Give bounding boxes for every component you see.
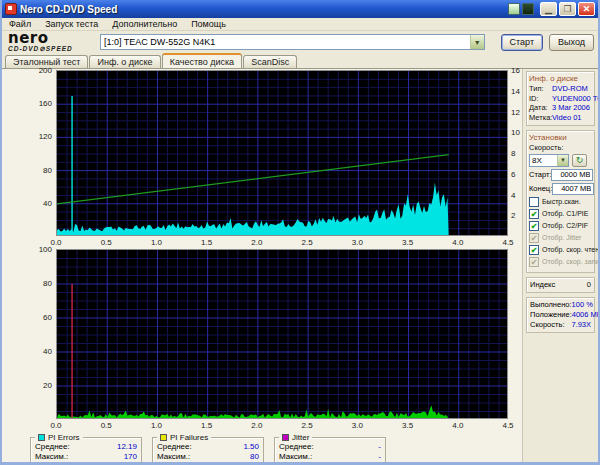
status-value: 100 % (572, 300, 593, 310)
checkbox-quick-scan[interactable]: Быстр.скан. (529, 197, 592, 207)
group-title: Установки (529, 133, 592, 142)
legend-box-jitter: JitterСреднее:-Максим.:-Сбои PO:- (274, 437, 386, 465)
minimize-button[interactable]: ▁ (540, 2, 557, 16)
legend-color-icon (38, 434, 45, 441)
menu-item-file[interactable]: Файл (2, 19, 38, 29)
legend-name: Jitter (292, 433, 309, 442)
checkbox-box[interactable]: ✔ (529, 209, 539, 219)
chart-plot (56, 70, 508, 236)
menu-item-extra[interactable]: Дополнительно (105, 19, 184, 29)
status-row: Выполнено:100 % (530, 300, 591, 310)
legend-row-label: Среднее: (279, 442, 314, 452)
x-axis-label: 3.5 (398, 238, 418, 247)
end-position-label: Конец: (529, 184, 552, 193)
checkbox-label: Отобр. Jitter (542, 234, 581, 241)
checkbox-show-read-speed[interactable]: ✔Отобр. скор. чтения (529, 245, 592, 255)
checkbox-show-c1-pie[interactable]: ✔Отобр. C1/PIE (529, 209, 592, 219)
checkbox-show-c2-pif[interactable]: ✔Отобр. C2/PIF (529, 221, 592, 231)
speed-label: Скорость: (529, 143, 592, 153)
window-title: Nero CD-DVD Speed (20, 4, 508, 15)
chart-plot (56, 249, 508, 419)
disc-info-row: Тип:DVD-ROM (529, 84, 592, 94)
settings-group: Установки Скорость: 8X ▼ ↻ Старт: Конец: (526, 130, 595, 273)
status-label: Скорость: (530, 320, 564, 330)
cdspeed-logo-text: CD-DVD⊘SPEED (8, 46, 100, 53)
legend-row-label: Максим.: (279, 452, 312, 462)
status-value: 4006 MB (572, 310, 600, 320)
start-button[interactable]: Старт (501, 34, 543, 51)
drive-select[interactable]: [1:0] TEAC DW-552G N4K1 ▼ (100, 34, 485, 50)
x-axis-label: 3.0 (347, 238, 367, 247)
y-axis-label: 100 (22, 245, 52, 254)
y-axis-label: 160 (22, 99, 52, 108)
menu-item-run-test[interactable]: Запуск теста (38, 19, 105, 29)
y-axis-label: 40 (22, 347, 52, 356)
tab-disc-info[interactable]: Инф. о диске (89, 55, 160, 68)
index-value: 0 (587, 280, 591, 290)
checkbox-label: Отобр. C1/PIE (542, 210, 588, 217)
tab-disc-quality[interactable]: Качество диска (162, 53, 242, 68)
disc-info-value: DVD-ROM (552, 84, 588, 94)
disc-info-row: Дата:3 Mar 2006 (529, 103, 592, 113)
x-axis-label: 1.5 (197, 238, 217, 247)
checkbox-box[interactable]: ✔ (529, 245, 539, 255)
refresh-disc-button[interactable]: ↻ (572, 154, 587, 167)
y-axis-right-label: 14 (511, 87, 520, 96)
x-axis-label: 3.0 (347, 421, 367, 430)
legend-row-label: Максим.: (157, 452, 190, 462)
series-pi-errors (57, 183, 449, 236)
x-axis-label: 4.5 (498, 421, 518, 430)
checkbox-box[interactable]: ✔ (529, 233, 539, 243)
legend-row-label: Среднее: (157, 442, 192, 452)
series-pi-failures (57, 405, 449, 419)
side-panel: Инф. о диске Тип:DVD-ROMID:YUDEN000 T02Д… (523, 69, 598, 465)
y-axis-right-label: 16 (511, 66, 520, 75)
disc-info-row: ID:YUDEN000 T02 (529, 94, 592, 104)
legend-row-value: 80 (250, 452, 259, 462)
app-icon (5, 3, 17, 15)
checkbox-show-jitter[interactable]: ✔Отобр. Jitter (529, 233, 592, 243)
checkbox-box[interactable]: ✔ (529, 221, 539, 231)
menu-item-help[interactable]: Помощь (184, 19, 233, 29)
legend-name: PI Failures (170, 433, 208, 442)
legend-row: Максим.:80 (157, 452, 259, 462)
x-axis-label: 0.5 (96, 421, 116, 430)
start-position-label: Старт: (529, 170, 551, 179)
legend-row: Среднее:- (279, 442, 381, 452)
start-position-field[interactable] (551, 169, 593, 181)
checkbox-box[interactable] (529, 197, 539, 207)
drive-select-value: [1:0] TEAC DW-552G N4K1 (101, 37, 470, 47)
x-axis-label: 4.5 (498, 238, 518, 247)
tab-scandisc[interactable]: ScanDisc (243, 55, 297, 68)
speed-select[interactable]: 8X ▼ (529, 154, 569, 167)
y-axis-label: 120 (22, 132, 52, 141)
chevron-down-icon[interactable]: ▼ (470, 35, 484, 49)
legend-color-icon (282, 434, 289, 441)
x-axis-label: 2.5 (297, 238, 317, 247)
legend-name: PI Errors (48, 433, 80, 442)
disc-info-label: Тип: (529, 84, 552, 94)
toolbar: nero CD-DVD⊘SPEED [1:0] TEAC DW-552G N4K… (2, 31, 598, 54)
legend-title: Jitter (279, 433, 312, 442)
maximize-button[interactable]: ❐ (559, 2, 576, 16)
legend-row: Максим.:170 (35, 452, 137, 462)
legend-title: PI Errors (35, 433, 83, 442)
status-row: Положение:4006 MB (530, 310, 591, 320)
chart-panel: 20016012080401614121086420.00.51.01.52.0… (2, 69, 523, 465)
close-button[interactable]: ✕ (578, 2, 595, 16)
menubar: ФайлЗапуск тестаДополнительноПомощь (2, 18, 598, 31)
checkbox-box[interactable]: ✔ (529, 257, 539, 267)
nero-logo: nero CD-DVD⊘SPEED (8, 31, 100, 53)
checkbox-show-write-speed[interactable]: ✔Отобр. скор. записи (529, 257, 592, 267)
chevron-down-icon[interactable]: ▼ (557, 155, 568, 166)
end-position-field[interactable] (552, 183, 594, 195)
x-axis-label: 2.0 (247, 421, 267, 430)
nero-logo-text: nero (8, 31, 100, 46)
x-axis-label: 2.5 (297, 421, 317, 430)
checkbox-label: Отобр. скор. чтения (542, 246, 600, 253)
x-axis-label: 3.5 (398, 421, 418, 430)
legend-box-pi-failures: PI FailuresСреднее:1.50Максим.:80Итого:8… (152, 437, 264, 465)
exit-button[interactable]: Выход (549, 34, 594, 51)
checkbox-label: Отобр. скор. записи (542, 258, 600, 265)
legend-box-pi-errors: PI ErrorsСреднее:12.19Максим.:170Итого:1… (30, 437, 142, 465)
